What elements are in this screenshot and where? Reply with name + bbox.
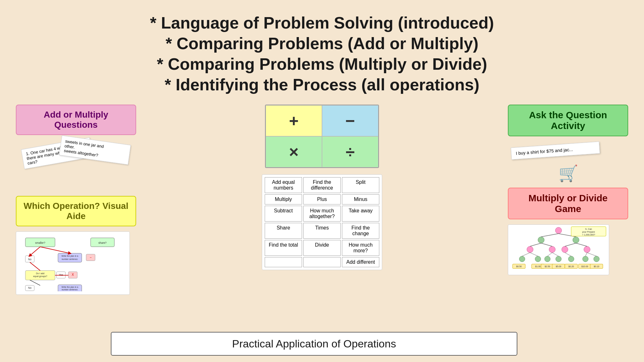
svg-line-59 [530,253,538,256]
word-box-7: How much altogether? [303,206,341,222]
svg-line-41 [541,234,559,237]
svg-text:$1.00: $1.00 [535,265,541,268]
flowchart-svg: smaller? share? No Write the plan in a n… [19,235,126,291]
multiply-divide-box: Multiply or Divide Game [508,188,628,219]
svg-point-44 [549,246,555,253]
svg-text:$0.50: $0.50 [516,265,522,268]
svg-text:No: No [28,258,32,261]
svg-text:−: − [90,256,92,259]
word-box-12: Find the total [265,240,302,256]
word-box-13: Divide [303,240,341,256]
paper-cards-area: 1. One car has 4 wheels. there are many … [16,140,130,191]
svg-line-61 [552,253,559,256]
svg-text:Do I add: Do I add [36,272,45,275]
word-box-8: Take away [342,206,379,222]
which-operation-label: Which Operation? Visual Aide [24,201,129,221]
svg-point-52 [535,256,541,262]
svg-line-12 [40,247,70,253]
right-column: Ask the Question Activity I buy a shirt … [508,105,628,275]
svg-line-50 [576,243,587,246]
title-line4: * Identifying the Process (all operation… [25,74,619,95]
word-box-0: Add equal numbers [265,177,302,193]
word-box-14: How much more? [342,240,379,256]
svg-text:= 1,000,000?: = 1,000,000? [582,234,595,236]
main-container: * Language of Problem Solving (introduce… [0,0,644,362]
minus-symbol: − [345,111,355,130]
practical-application-bar: Practical Application of Operations [111,332,517,356]
flowchart-visual: smaller? share? No Write the plan in a n… [16,231,130,295]
title-section: * Language of Problem Solving (introduce… [6,6,638,105]
divide-symbol: ÷ [346,142,355,161]
svg-point-39 [538,237,544,243]
svg-point-54 [556,256,561,262]
svg-text:smaller?: smaller? [35,241,45,244]
svg-point-46 [584,246,590,253]
svg-line-48 [541,243,552,246]
ask-paper-card: I buy a shirt for $75 and jac... [511,141,600,159]
svg-point-43 [527,246,533,253]
svg-text:equal groups?: equal groups? [33,275,47,278]
game-tree-svg: $0.50 $1.00 $2.50 $5.00 $0.20 $10.00 $0.… [509,226,608,273]
svg-line-49 [565,243,576,246]
words-grid: Add equal numbers Find the difference Sp… [262,174,382,270]
word-box-1: Find the difference [303,177,341,193]
svg-text:number sentence.: number sentence. [61,258,78,260]
svg-text:$0.10: $0.10 [594,265,599,268]
word-box-10: Times [303,223,341,239]
svg-text:number sentence.: number sentence. [61,288,78,291]
word-box-16 [303,257,341,267]
operation-grid: + − × ÷ [265,105,379,168]
svg-line-60 [547,253,552,256]
word-box-17: Add different [342,257,379,267]
word-box-5: Minus [342,194,379,204]
svg-text:$2.50: $2.50 [545,265,550,268]
svg-line-11 [30,247,40,255]
practical-label: Practical Application of Operations [232,338,396,350]
word-box-4: Plus [303,194,341,204]
center-section: + − × ÷ Add equal numbers Find the diffe… [142,105,502,270]
svg-line-35 [30,262,40,270]
times-symbol: × [289,142,299,161]
word-box-15 [265,257,302,267]
title-line1: * Language of Problem Solving (introduce… [25,13,619,33]
svg-text:X: X [72,273,74,276]
add-multiply-box: Add or Multiply Questions [16,105,136,135]
svg-point-45 [562,246,568,253]
svg-line-58 [522,253,530,256]
word-box-6: Subtract [265,206,302,222]
svg-text:your Prepare: your Prepare [582,231,595,233]
word-box-9: Share [265,223,302,239]
svg-point-38 [555,227,562,234]
svg-point-56 [583,256,588,262]
svg-line-37 [30,280,40,285]
shopping-cart-icon: 🛒 [559,164,578,183]
svg-line-63 [585,253,587,256]
svg-text:$0.20: $0.20 [568,265,574,268]
game-tree-visual: $0.50 $1.00 $2.50 $5.00 $0.20 $10.00 $0.… [508,224,609,275]
multiply-divide-label: Multiply or Divide Game [528,193,608,214]
svg-point-57 [594,256,599,262]
op-divide-cell: ÷ [322,136,378,167]
svg-text:No: No [28,287,32,290]
svg-point-55 [568,256,574,262]
ask-paper-text: I buy a shirt for $75 and jac... [516,147,573,156]
svg-point-40 [573,237,579,243]
svg-point-51 [519,256,525,262]
op-plus-cell: + [266,105,322,136]
word-box-11: Find the change [342,223,379,239]
svg-line-62 [565,253,571,256]
svg-text:share?: share? [98,241,107,244]
svg-text:S. Can: S. Can [585,228,592,230]
word-box-3: Multiply [265,194,302,204]
which-operation-box: Which Operation? Visual Aide [16,196,136,226]
ask-paper-area: I buy a shirt for $75 and jac... 🛒 [508,141,628,183]
svg-text:Yes: Yes [59,273,63,276]
op-minus-cell: − [322,105,378,136]
left-column: Add or Multiply Questions 1. One car has… [16,105,136,295]
op-times-cell: × [266,136,322,167]
svg-text:Write the plan in a: Write the plan in a [61,255,78,257]
title-line2: * Comparing Problems (Add or Multiply) [25,33,619,54]
plus-symbol: + [289,111,299,130]
svg-line-47 [530,243,541,246]
ask-question-box: Ask the Question Activity [508,105,628,136]
